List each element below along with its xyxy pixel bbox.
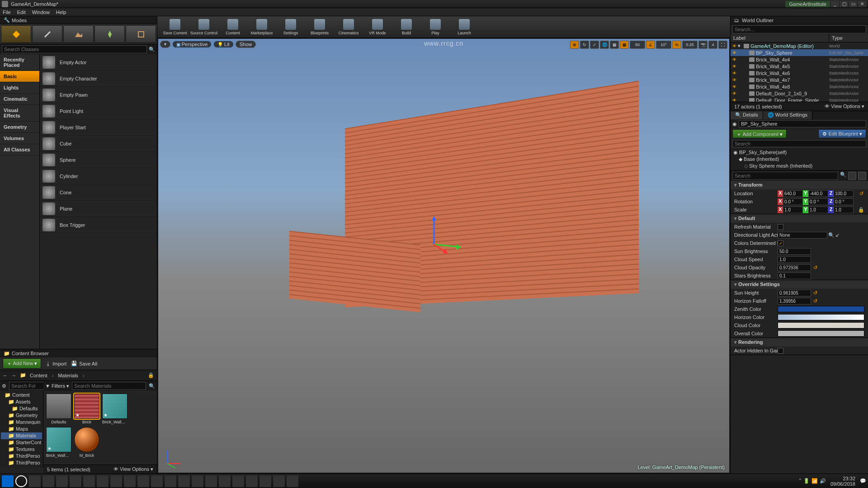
folder-tree-item[interactable]: 📁 Maps bbox=[1, 426, 42, 432]
add-component-button[interactable]: ＋ Add Component ▾ bbox=[732, 129, 787, 138]
outliner-row[interactable]: 👁Default_Door_2_1x0_9StaticMeshActor bbox=[731, 90, 868, 97]
coord-space-icon[interactable]: 🌐 bbox=[600, 41, 609, 49]
reset-icon[interactable]: ↺ bbox=[812, 298, 818, 304]
rendering-header[interactable]: Rendering bbox=[731, 338, 868, 347]
foliage-mode-icon[interactable] bbox=[94, 25, 125, 43]
tab-details[interactable]: 🔍 Details bbox=[731, 111, 763, 119]
outliner-root[interactable]: 👁▾GameArt_DemoMap (Editor)World bbox=[731, 42, 868, 49]
toolbar-blueprints[interactable]: Blueprints bbox=[306, 17, 334, 37]
tray-volume-icon[interactable]: 🔊 bbox=[820, 478, 826, 484]
place-category[interactable]: Cinematic bbox=[0, 94, 39, 105]
toolbar-source-control[interactable]: Source Control bbox=[190, 17, 218, 37]
outliner-row[interactable]: 👁Brick_Wall_4x5StaticMeshActor bbox=[731, 63, 868, 70]
outliner-view-options[interactable]: 👁 View Options ▾ bbox=[825, 103, 864, 109]
loc-z-input[interactable] bbox=[834, 190, 854, 197]
viewport-menu[interactable]: ▾ bbox=[160, 41, 170, 48]
paint-mode-icon[interactable] bbox=[32, 25, 62, 43]
grid-snap-value[interactable]: 50 bbox=[630, 41, 645, 49]
place-category[interactable]: Geometry bbox=[0, 122, 39, 133]
search-icon[interactable]: 🔍 bbox=[149, 47, 155, 52]
outliner-row[interactable]: 👁Brick_Wall_4x8StaticMeshActor bbox=[731, 83, 868, 90]
menu-help[interactable]: Help bbox=[56, 9, 66, 15]
scl-z-input[interactable] bbox=[834, 206, 854, 213]
viewport[interactable]: www.rrcg.cn ▾ ▣ Perspective 💡 Lit Show ⊕… bbox=[158, 39, 729, 473]
details-search-input[interactable] bbox=[732, 172, 838, 180]
surface-snap-icon[interactable]: ▦ bbox=[610, 41, 619, 49]
toolbar-play[interactable]: Play bbox=[421, 17, 449, 37]
horizon-color[interactable] bbox=[778, 314, 864, 320]
folder-tree-item[interactable]: 📁 ThirdPerso bbox=[1, 460, 42, 466]
taskbar-app-chrome[interactable] bbox=[29, 475, 41, 487]
taskbar-app-14[interactable] bbox=[205, 475, 217, 487]
toolbar-content[interactable]: Content bbox=[219, 17, 247, 37]
save-all-button[interactable]: 💾 Save All bbox=[71, 361, 97, 366]
cloud-color[interactable] bbox=[778, 322, 864, 328]
transform-gizmo-icon[interactable] bbox=[423, 215, 463, 256]
reset-icon[interactable]: ↺ bbox=[858, 191, 864, 197]
folder-tree-item[interactable]: 📁 Materials bbox=[1, 432, 42, 439]
minimize-button[interactable]: _ bbox=[831, 1, 839, 7]
override-header[interactable]: Override Settings bbox=[731, 280, 868, 289]
cb-view-options[interactable]: 👁 View Options ▾ bbox=[113, 466, 153, 472]
zenith-color[interactable] bbox=[778, 306, 864, 312]
object-name-input[interactable] bbox=[739, 120, 866, 127]
rot-y-input[interactable] bbox=[808, 198, 828, 205]
folder-tree-item[interactable]: 📁 Geometry bbox=[1, 412, 42, 419]
geometry-mode-icon[interactable] bbox=[126, 25, 156, 43]
rotate-mode-icon[interactable]: ↻ bbox=[580, 41, 589, 49]
taskbar-app-13[interactable] bbox=[192, 475, 203, 487]
folder-tree-item[interactable]: 📁 StarterCont bbox=[1, 439, 42, 446]
camera-speed-value[interactable]: 4 bbox=[708, 41, 717, 49]
place-category[interactable]: Visual Effects bbox=[0, 105, 39, 122]
folder-tree-item[interactable]: 📁 Defaults bbox=[1, 405, 42, 412]
component-search-input[interactable] bbox=[732, 140, 866, 147]
dla-dropdown[interactable] bbox=[778, 232, 827, 239]
toolbar-build[interactable]: Build bbox=[392, 17, 420, 37]
place-item[interactable]: Plane bbox=[40, 201, 157, 217]
outliner-row[interactable]: 👁Brick_Wall_4x6StaticMeshActor bbox=[731, 70, 868, 76]
stars-input[interactable] bbox=[778, 272, 811, 279]
taskbar-app-ps[interactable] bbox=[70, 475, 81, 487]
taskbar-app-15[interactable] bbox=[219, 475, 231, 487]
restore-button[interactable]: ▭ bbox=[849, 1, 857, 7]
toolbar-save-current[interactable]: Save Current bbox=[161, 17, 189, 37]
loc-y-input[interactable] bbox=[808, 190, 828, 197]
use-icon[interactable]: ↙ bbox=[835, 232, 840, 238]
place-item[interactable]: Empty Pawn bbox=[40, 87, 157, 103]
outliner-row[interactable]: 👁BP_Sky_SphereEdit BP_Sky_Sphe bbox=[731, 49, 868, 56]
folder-tree-item[interactable]: 📁 Assets bbox=[1, 399, 42, 405]
taskbar-app-20[interactable] bbox=[287, 475, 298, 487]
outliner-col-type[interactable]: Type bbox=[829, 34, 868, 42]
angle-snap-icon[interactable]: ∠ bbox=[646, 41, 655, 49]
filter-icon[interactable]: ⚙ bbox=[2, 383, 6, 389]
folder-tree-item[interactable]: 📁 Textures bbox=[1, 446, 42, 453]
place-category[interactable]: Volumes bbox=[0, 133, 39, 144]
asset-defaults[interactable]: Defaults bbox=[46, 394, 71, 424]
place-item[interactable]: Cube bbox=[40, 136, 157, 152]
tray-battery-icon[interactable]: 🔋 bbox=[803, 478, 810, 484]
place-item[interactable]: Box Trigger bbox=[40, 217, 157, 233]
toolbar-launch[interactable]: Launch bbox=[450, 17, 478, 37]
taskbar-app-ue[interactable] bbox=[259, 475, 271, 487]
scale-mode-icon[interactable]: ⤢ bbox=[590, 41, 599, 49]
folder-tree-item[interactable]: 📁 Content bbox=[1, 392, 42, 399]
show-dropdown[interactable]: Show bbox=[236, 41, 256, 48]
folder-tree-item[interactable]: 📁 ThirdPerso bbox=[1, 453, 42, 460]
component-base[interactable]: ◆ Base (Inherited) bbox=[733, 156, 865, 163]
place-category[interactable]: Lights bbox=[0, 82, 39, 94]
matrix-view-icon[interactable] bbox=[848, 172, 856, 180]
place-category[interactable]: Recently Placed bbox=[0, 54, 39, 71]
asset-m-brick[interactable]: M_Brick bbox=[74, 427, 99, 458]
outliner-row[interactable]: 👁Brick_Wall_4x4StaticMeshActor bbox=[731, 56, 868, 63]
grid-snap-icon[interactable]: ▦ bbox=[620, 41, 629, 49]
transform-mode-icon[interactable]: ⊕ bbox=[570, 41, 579, 49]
crumb-materials[interactable]: Materials bbox=[58, 373, 78, 378]
perspective-dropdown[interactable]: ▣ Perspective bbox=[172, 41, 212, 48]
toolbar-marketplace[interactable]: Marketplace bbox=[248, 17, 276, 37]
camera-speed-icon[interactable]: 📷 bbox=[698, 41, 708, 49]
taskbar-app-11[interactable] bbox=[165, 475, 176, 487]
overall-color[interactable] bbox=[778, 330, 864, 337]
taskbar-app-blender[interactable] bbox=[110, 475, 122, 487]
search-icon[interactable]: 🔍 bbox=[149, 383, 155, 389]
filters-dropdown[interactable]: ▼ Filters ▾ bbox=[45, 383, 69, 389]
